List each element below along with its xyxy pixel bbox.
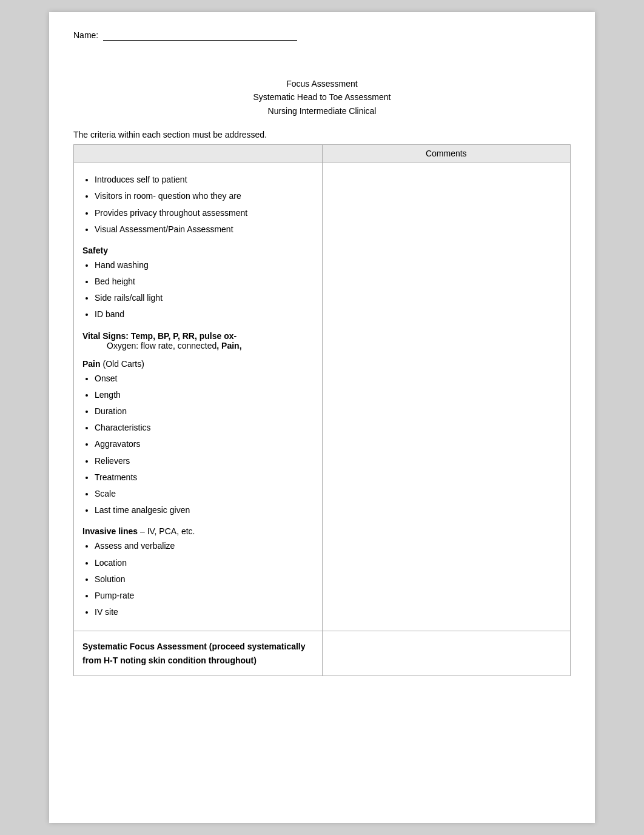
invasive-sub: – IV, PCA, etc. (138, 526, 195, 536)
list-item: Visitors in room- question who they are (95, 189, 314, 204)
main-table: Comments Introduces self to patient Visi… (73, 144, 571, 676)
vital-sub-bold: , Pain, (216, 341, 241, 350)
list-item: Assess and verbalize (95, 538, 314, 554)
list-item: Onset (95, 371, 314, 386)
list-item: Hand washing (95, 258, 314, 273)
name-underline (103, 30, 297, 41)
name-field: Name: (73, 30, 571, 41)
list-item: Last time analgesic given (95, 503, 314, 518)
bottom-comments-cell (322, 631, 571, 676)
list-item: Duration (95, 404, 314, 419)
list-item: Bed height (95, 274, 314, 289)
invasive-section: Invasive lines – IV, PCA, etc. Assess an… (82, 526, 314, 620)
title-section: Focus Assessment Systematic Head to Toe … (73, 77, 571, 118)
invasive-list: Assess and verbalize Location Solution P… (95, 538, 314, 620)
list-item: Visual Assessment/Pain Assessment (95, 222, 314, 237)
name-label: Name: (73, 30, 98, 40)
comments-cell (322, 163, 571, 631)
list-item: Location (95, 555, 314, 571)
list-item: Introduces self to patient (95, 172, 314, 187)
list-item: Aggravators (95, 437, 314, 452)
safety-header: Safety (82, 246, 314, 255)
safety-list: Hand washing Bed height Side rails/call … (95, 258, 314, 323)
vital-signs-section: Vital Signs: Temp, BP, P, RR, pulse ox- … (82, 331, 314, 350)
criteria-cell: Introduces self to patient Visitors in r… (74, 163, 323, 631)
vital-sub-normal: Oxygen: flow rate, connected (107, 341, 216, 350)
pain-list: Onset Length Duration Characteristics Ag… (95, 371, 314, 518)
criteria-text: The criteria within each section must be… (73, 130, 571, 139)
page: Name: Focus Assessment Systematic Head t… (49, 12, 595, 823)
title-line2: Systematic Head to Toe Assessment (73, 90, 571, 104)
list-item: Provides privacy throughout assessment (95, 206, 314, 221)
systematic-focus-text: Systematic Focus Assessment (proceed sys… (82, 640, 314, 667)
list-item: Characteristics (95, 420, 314, 435)
list-item: Relievers (95, 454, 314, 469)
list-item: ID band (95, 307, 314, 322)
list-item: Length (95, 387, 314, 403)
intro-section: Introduces self to patient Visitors in r… (82, 169, 314, 625)
bottom-row: Systematic Focus Assessment (proceed sys… (74, 631, 571, 676)
vital-signs-sub: Oxygen: flow rate, connected, Pain, (107, 341, 314, 350)
intro-list: Introduces self to patient Visitors in r… (95, 172, 314, 237)
list-item: Scale (95, 486, 314, 501)
bottom-criteria-cell: Systematic Focus Assessment (proceed sys… (74, 631, 323, 676)
pain-header: Pain (82, 359, 101, 369)
list-item: Treatments (95, 470, 314, 485)
content-row: Introduces self to patient Visitors in r… (74, 163, 571, 631)
col-criteria-header (74, 145, 323, 163)
pain-section: Pain (Old Carts) Onset Length Duration C… (82, 359, 314, 518)
invasive-header: Invasive lines (82, 526, 138, 536)
list-item: Pump-rate (95, 588, 314, 603)
list-item: Solution (95, 572, 314, 587)
title-line1: Focus Assessment (73, 77, 571, 90)
list-item: IV site (95, 605, 314, 620)
col-comments-header: Comments (322, 145, 571, 163)
vital-signs-header: Vital Signs: Temp, BP, P, RR, pulse ox- (82, 331, 236, 341)
pain-sub: (Old Carts) (101, 359, 144, 369)
list-item: Side rails/call light (95, 290, 314, 306)
title-line3: Nursing Intermediate Clinical (73, 104, 571, 118)
